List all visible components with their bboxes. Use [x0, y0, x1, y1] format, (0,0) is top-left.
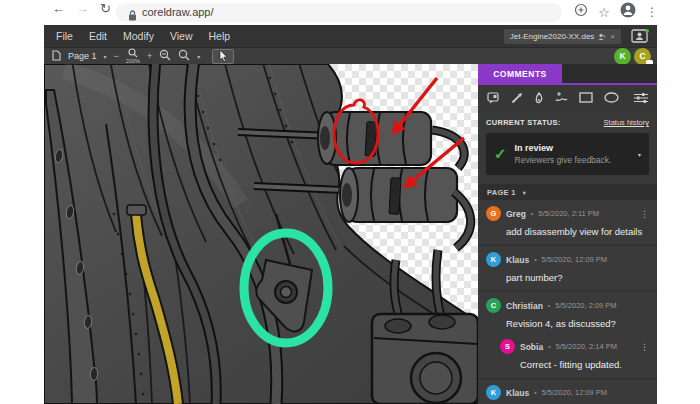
freehand-tool-icon[interactable] [555, 91, 568, 104]
url-text[interactable]: coreldraw.app/ [142, 6, 214, 18]
engine-drawing [44, 64, 478, 404]
comment-item[interactable]: C Christian • 5/5/2020, 2:09 PM Revision… [478, 291, 657, 337]
status-description: Reviewers give feedback. [515, 155, 612, 165]
pen-tool-icon[interactable] [534, 92, 544, 104]
tab-comments[interactable]: COMMENTS [478, 64, 562, 83]
filter-settings-icon[interactable] [634, 92, 648, 104]
comment-author: Sobia [520, 342, 543, 352]
pick-tool-button[interactable] [212, 49, 234, 64]
comment-item[interactable]: K Klaus • 5/5/2020, 12:09 PM part number… [478, 245, 657, 291]
page-section-caret-icon[interactable]: ▾ [523, 189, 526, 196]
avatar: G [486, 206, 501, 221]
comment-item[interactable]: K Klaus • 5/5/2020, 12:09 PM Add part nu… [478, 378, 657, 404]
page-caret-icon[interactable]: ▾ [104, 53, 107, 60]
comment-author: Greg [506, 209, 526, 219]
coreldraw-app-window: File Edit Modify View Help Jet-Engine202… [44, 25, 657, 404]
panel-tab-bar: COMMENTS [478, 64, 657, 85]
comment-date: 5/5/2020, 2:09 PM [555, 301, 616, 310]
bullet-icon: • [548, 302, 550, 309]
comment-author: Christian [506, 301, 543, 311]
document-title: Jet-Engine2020-XX.des [510, 32, 595, 41]
avatar-c[interactable]: C [634, 48, 651, 65]
fitting-bottom [340, 168, 457, 222]
app-toolbar: Page 1 ▾ − 200% + ▾ K C [44, 47, 657, 64]
comment-reply-item[interactable]: S Sobia • 5/5/2020, 2:14 PM ⋮ Correct - … [492, 337, 657, 378]
avatar-k[interactable]: K [614, 48, 631, 65]
comment-author: Klaus [506, 255, 529, 265]
avatar: K [486, 385, 501, 400]
document-tab[interactable]: Jet-Engine2020-XX.des × [504, 29, 621, 44]
drawing-canvas[interactable] [44, 64, 478, 404]
menu-view[interactable]: View [170, 30, 193, 42]
cursor-icon [219, 50, 228, 62]
close-doc-icon[interactable]: × [610, 32, 615, 41]
zoom-out-tool-icon[interactable] [159, 47, 171, 65]
comment-date: 5/5/2020, 2:14 PM [556, 342, 617, 351]
forward-icon[interactable]: → [76, 1, 89, 16]
browser-menu-icon[interactable]: ⋮ [646, 5, 658, 19]
zoom-level-control[interactable]: 200% [126, 48, 140, 65]
ellipse-tool-icon[interactable] [604, 92, 619, 103]
status-section: CURRENT STATUS: Status history ✓ In revi… [478, 110, 657, 184]
zoom-caret-icon[interactable]: ▾ [197, 53, 200, 60]
bullet-icon: • [548, 343, 550, 350]
comment-text: add disassembly view for details [506, 226, 649, 237]
comment-item[interactable]: G Greg • 5/5/2020, 2:11 PM ⋮ add disasse… [478, 200, 657, 245]
collaborate-icon[interactable] [631, 29, 649, 43]
comment-menu-icon[interactable]: ⋮ [640, 342, 649, 352]
bullet-icon: • [534, 256, 536, 263]
avatar-k-initial: K [619, 51, 625, 61]
arrow-tool-icon[interactable] [511, 92, 523, 104]
current-status-label: CURRENT STATUS: [486, 118, 561, 127]
back-icon[interactable]: ← [52, 1, 65, 16]
status-dropdown[interactable]: ✓ In review Reviewers give feedback. ▾ [486, 133, 649, 175]
comments-list: G Greg • 5/5/2020, 2:11 PM ⋮ add disasse… [478, 200, 657, 404]
page-selector[interactable]: Page 1 [68, 51, 97, 61]
check-icon: ✓ [494, 145, 507, 163]
bullet-icon: • [534, 389, 536, 396]
magnifier-icon [128, 48, 138, 58]
menu-help[interactable]: Help [209, 30, 231, 42]
work-area: COMMENTS [44, 64, 657, 404]
comment-text: Correct - fitting updated. [520, 359, 649, 370]
lock-icon [128, 7, 137, 25]
comments-panel: COMMENTS [478, 64, 657, 404]
status-history-link[interactable]: Status history [604, 118, 649, 127]
comment-text: part number? [506, 272, 649, 283]
menu-bar: File Edit Modify View Help Jet-Engine202… [44, 25, 657, 47]
bullet-icon: • [531, 210, 533, 217]
zoom-tool-icon[interactable] [178, 47, 190, 65]
bookmark-star-icon[interactable]: ☆ [598, 5, 610, 20]
page-zoom-icon[interactable] [574, 3, 588, 21]
reload-icon[interactable]: ↻ [100, 1, 111, 16]
avatar: K [486, 252, 501, 267]
comment-text: Revision 4, as discussed? [506, 318, 649, 329]
menu-file[interactable]: File [56, 30, 73, 42]
shared-doc-icon [598, 27, 606, 45]
page-section-header[interactable]: PAGE 1 ▾ [478, 184, 657, 200]
browser-chrome: ← → ↻ coreldraw.app/ ☆ ⋮ [0, 0, 700, 25]
status-caret-icon[interactable]: ▾ [638, 151, 641, 158]
page-section-label: PAGE 1 [487, 188, 516, 197]
menu-modify[interactable]: Modify [123, 30, 154, 42]
zoom-in-step[interactable]: + [147, 51, 152, 61]
comment-author: Klaus [506, 388, 529, 398]
status-value: In review [515, 143, 612, 153]
page-icon [52, 47, 61, 65]
avatar: S [500, 339, 515, 354]
avatar-c-initial: C [639, 51, 645, 61]
avatar: C [486, 298, 501, 313]
comment-menu-icon[interactable]: ⋮ [640, 209, 649, 219]
comment-date: 5/5/2020, 12:09 PM [542, 255, 607, 264]
comment-date: 5/5/2020, 2:11 PM [538, 209, 599, 218]
note-tool-icon[interactable] [487, 92, 500, 104]
zoom-out-step[interactable]: − [114, 51, 119, 61]
comment-date: 5/5/2020, 12:09 PM [542, 388, 607, 397]
annotation-toolbar [478, 85, 657, 110]
rectangle-tool-icon[interactable] [579, 92, 593, 103]
browser-profile-icon[interactable] [620, 2, 636, 22]
junction-box [372, 314, 478, 404]
collaborator-avatars: K C [614, 48, 651, 65]
menu-edit[interactable]: Edit [89, 30, 107, 42]
